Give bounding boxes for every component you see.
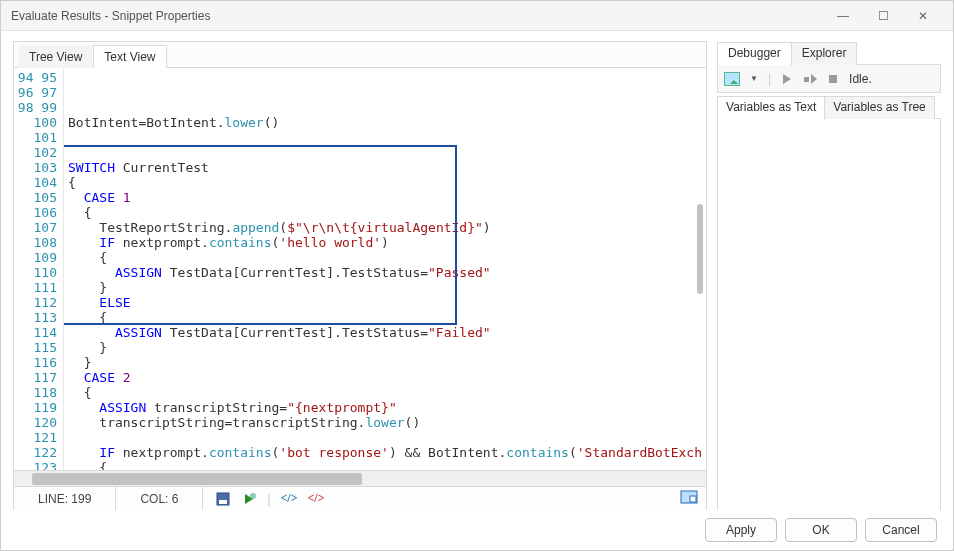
continue-icon[interactable] [781, 73, 793, 85]
main-area: Tree View Text View 94 95 96 97 98 99 10… [1, 31, 953, 511]
side-panel: Debugger Explorer ▼ | Idle. Variables as… [717, 41, 941, 511]
cancel-button[interactable]: Cancel [865, 518, 937, 542]
code-disabled-icon[interactable]: </> [308, 491, 325, 506]
status-icons: | </> </> [203, 491, 324, 507]
tab-debugger[interactable]: Debugger [717, 42, 792, 65]
svg-rect-7 [804, 77, 809, 82]
view-tabstrip: Tree View Text View [14, 42, 706, 68]
tab-explorer[interactable]: Explorer [791, 42, 858, 65]
tab-tree-view[interactable]: Tree View [18, 45, 93, 68]
variables-panel[interactable] [717, 119, 941, 511]
vertical-scrollbar[interactable] [692, 94, 706, 436]
svg-rect-5 [690, 496, 696, 502]
dialog-footer: Apply OK Cancel [1, 510, 953, 550]
maximize-button[interactable]: ☐ [863, 2, 903, 30]
window-title: Evaluate Results - Snippet Properties [11, 9, 823, 23]
line-gutter: 94 95 96 97 98 99 100 101 102 103 104 10… [14, 68, 64, 470]
horizontal-scrollbar[interactable] [14, 470, 706, 486]
stop-icon[interactable] [827, 73, 839, 85]
editor-panel: Tree View Text View 94 95 96 97 98 99 10… [13, 41, 707, 511]
tab-text-view[interactable]: Text View [93, 45, 166, 68]
debugger-status: Idle. [849, 72, 872, 86]
separator: | [267, 492, 270, 506]
svg-rect-1 [219, 500, 227, 504]
run-icon[interactable] [241, 491, 257, 507]
close-button[interactable]: ✕ [903, 2, 943, 30]
save-icon[interactable] [215, 491, 231, 507]
dropdown-arrow-icon[interactable]: ▼ [750, 74, 758, 83]
run-debug-icon[interactable] [724, 72, 740, 86]
window-restore-icon[interactable] [672, 490, 706, 507]
separator: | [768, 72, 771, 86]
svg-point-3 [250, 493, 256, 499]
code-text[interactable]: BotIntent=BotIntent.lower() SWITCH Curre… [64, 68, 706, 470]
tab-variables-tree[interactable]: Variables as Tree [824, 96, 935, 119]
tab-variables-text[interactable]: Variables as Text [717, 96, 825, 119]
svg-marker-6 [783, 74, 791, 84]
minimize-button[interactable]: — [823, 2, 863, 30]
step-icon[interactable] [803, 73, 817, 85]
debugger-toolbar: ▼ | Idle. [717, 65, 941, 93]
code-area[interactable]: 94 95 96 97 98 99 100 101 102 103 104 10… [14, 68, 706, 470]
svg-rect-9 [829, 75, 837, 83]
editor-statusbar: LINE: 199 COL: 6 | </> </> [14, 486, 706, 510]
ok-button[interactable]: OK [785, 518, 857, 542]
code-tags-icon[interactable]: </> [281, 491, 298, 506]
titlebar: Evaluate Results - Snippet Properties — … [1, 1, 953, 31]
side-tabstrip: Debugger Explorer [717, 41, 941, 65]
status-line: LINE: 199 [14, 487, 116, 510]
svg-marker-8 [811, 74, 817, 84]
status-col: COL: 6 [116, 487, 203, 510]
apply-button[interactable]: Apply [705, 518, 777, 542]
variables-tabs: Variables as Text Variables as Tree [717, 95, 941, 119]
